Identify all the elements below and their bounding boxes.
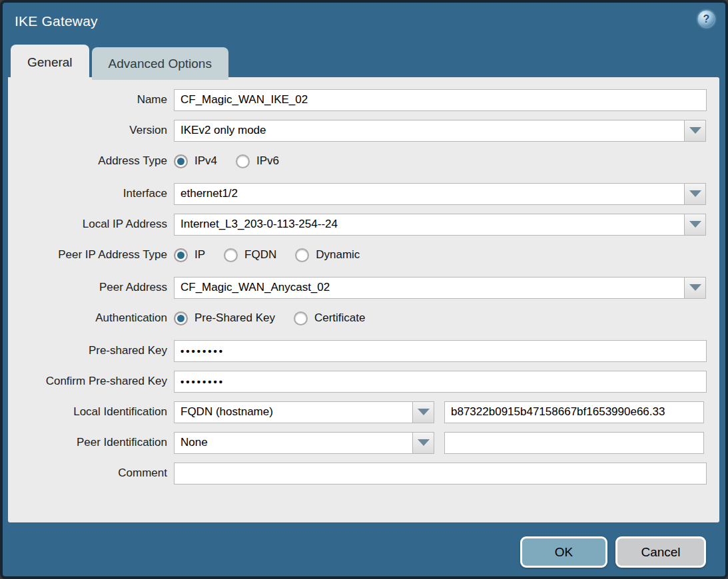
peer-identification-dropdown-button[interactable] [412,432,434,454]
comment-input[interactable] [174,463,707,484]
general-tab-panel: Name Version Address Type IPv4 IPv6 [8,77,719,522]
row-interface: Interface [8,182,719,205]
name-input[interactable] [174,89,707,111]
row-address-type: Address Type IPv4 IPv6 [8,150,719,172]
peer-address-label: Peer Address [8,281,174,294]
radio-peer-fqdn-label: FQDN [244,248,276,262]
tab-advanced-options[interactable]: Advanced Options [92,47,228,80]
version-input[interactable] [174,120,685,142]
peer-identification-label: Peer Identification [8,436,174,449]
interface-combo [174,183,706,205]
row-local-ip-address: Local IP Address [8,213,719,236]
peer-identification-type-input[interactable] [174,432,413,454]
peer-address-input[interactable] [174,277,685,299]
peer-identification-value-input[interactable] [444,432,704,454]
authentication-label: Authentication [8,311,174,325]
radio-certificate-label: Certificate [314,311,366,325]
radio-peer-fqdn[interactable]: FQDN [224,248,276,262]
row-confirm-preshared-key: Confirm Pre-shared Key [8,370,719,393]
name-label: Name [8,93,174,106]
radio-peer-ip-label: IP [194,248,205,262]
preshared-key-input[interactable] [174,340,707,362]
radio-pre-shared-key-label: Pre-Shared Key [194,311,275,325]
peer-identification-type-combo [174,432,434,454]
confirm-preshared-key-input[interactable] [174,371,707,393]
radio-button-icon [174,248,188,262]
local-ip-combo [174,214,706,236]
row-version: Version [8,119,719,142]
preshared-key-label: Pre-shared Key [8,344,174,357]
chevron-down-icon [689,284,701,291]
tab-general[interactable]: General [11,45,89,80]
row-name: Name [8,89,719,111]
local-identification-dropdown-button[interactable] [412,401,434,423]
peer-ip-address-type-label: Peer IP Address Type [8,248,174,262]
radio-button-icon [294,311,308,325]
address-type-label: Address Type [8,154,174,168]
chevron-down-icon [689,221,701,228]
version-dropdown-button[interactable] [684,120,706,142]
radio-button-icon [174,311,188,325]
local-identification-label: Local Identification [8,405,174,419]
radio-button-icon [224,248,238,262]
row-preshared-key: Pre-shared Key [8,339,719,362]
help-icon[interactable]: ? [697,10,715,28]
interface-dropdown-button[interactable] [684,183,706,205]
interface-input[interactable] [174,183,685,205]
interface-label: Interface [8,187,174,200]
confirm-preshared-key-label: Confirm Pre-shared Key [8,375,174,388]
ike-gateway-dialog: IKE Gateway ? General Advanced Options N… [0,0,728,579]
radio-button-icon [295,248,309,262]
ok-button[interactable]: OK [520,536,607,568]
radio-ipv6[interactable]: IPv6 [236,154,279,168]
row-peer-address: Peer Address [8,276,719,299]
row-local-identification: Local Identification [8,401,719,423]
radio-certificate[interactable]: Certificate [294,311,366,325]
version-label: Version [8,124,174,137]
radio-pre-shared-key[interactable]: Pre-Shared Key [174,311,275,325]
cancel-button[interactable]: Cancel [615,536,706,568]
version-combo [174,120,706,142]
radio-ipv4-label: IPv4 [194,154,217,168]
titlebar: IKE Gateway ? [3,3,725,44]
peer-address-combo [174,277,706,299]
radio-peer-dynamic[interactable]: Dynamic [295,248,360,262]
radio-peer-dynamic-label: Dynamic [316,248,360,262]
local-identification-value-input[interactable] [444,401,704,423]
radio-button-icon [236,154,250,168]
local-identification-type-input[interactable] [174,401,413,423]
question-mark-glyph: ? [703,14,710,25]
local-ip-address-input[interactable] [174,214,685,236]
chevron-down-icon [418,439,430,446]
chevron-down-icon [689,127,701,134]
comment-label: Comment [8,467,174,480]
row-comment: Comment [8,462,719,484]
row-authentication: Authentication Pre-Shared Key Certificat… [8,307,719,329]
radio-button-icon [174,154,188,168]
tab-bar: General Advanced Options [11,45,228,80]
peer-address-dropdown-button[interactable] [684,277,706,299]
chevron-down-icon [418,409,430,415]
local-identification-type-combo [174,401,434,423]
radio-ipv4[interactable]: IPv4 [174,154,217,168]
dialog-title: IKE Gateway [15,13,98,29]
row-peer-identification: Peer Identification [8,431,719,454]
row-peer-ip-address-type: Peer IP Address Type IP FQDN Dynamic [8,244,719,266]
chevron-down-icon [689,190,701,197]
local-ip-dropdown-button[interactable] [684,214,706,236]
radio-peer-ip[interactable]: IP [174,248,205,262]
local-ip-address-label: Local IP Address [8,218,174,231]
footer-buttons: OK Cancel [520,536,706,568]
radio-ipv6-label: IPv6 [256,154,279,168]
